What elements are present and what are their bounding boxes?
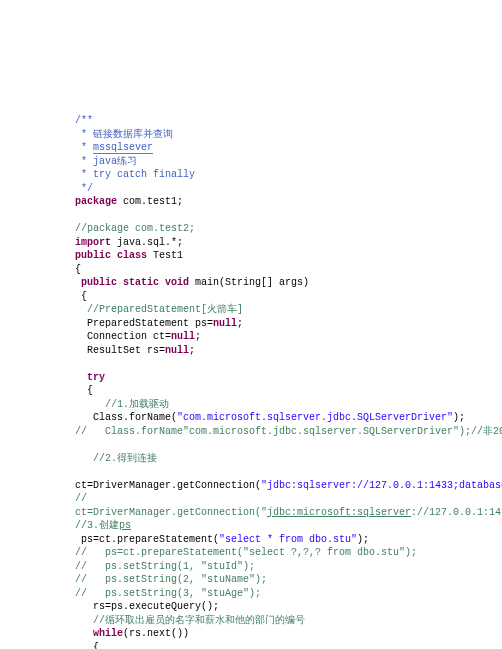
comment: // ps.setString(2, "stuName"); [75,574,267,585]
javadoc-close: */ [75,183,93,194]
brace: { [75,642,99,650]
brace: { [75,291,87,302]
var-decl: Connection ct=null; [75,331,201,342]
comment: // [75,493,87,504]
javadoc-open: /** [75,115,93,126]
comment: // Class.forName"com.microsoft.jdbc.sqls… [75,426,502,437]
comment: // ps.setString(1, "stuId"); [75,561,255,572]
while-stmt: while(rs.next()) [75,628,189,639]
class-decl: public class Test1 [75,250,183,261]
try-stmt: try [75,372,105,383]
comment: //1.加载驱动 [75,399,169,410]
package-decl: package com.test1; [75,196,183,207]
javadoc-line: * mssqlsever [75,142,153,154]
comment: //循环取出雇员的名字和薪水和他的部门的编号 [75,615,305,626]
main-method: public static void main(String[] args) [75,277,309,288]
javadoc-line: * 链接数据库并查询 [75,129,173,140]
var-decl: PreparedStatement ps=null; [75,318,243,329]
javadoc-line: * try catch finally [75,169,195,180]
comment: //3.创建ps [75,520,131,531]
brace: { [75,385,93,396]
var-decl: ResultSet rs=null; [75,345,195,356]
comment: //package com.test2; [75,223,195,234]
brace: { [75,264,81,275]
get-connection: ct=DriverManager.getConnection("jdbc:sql… [75,480,502,491]
comment: // ps.setString(3, "stuAge"); [75,588,261,599]
comment: // ps=ct.prepareStatement("select ?,?,? … [75,547,417,558]
exec-query: rs=ps.executeQuery(); [75,601,219,612]
import-decl: import java.sql.*; [75,237,183,248]
comment: //2.得到连接 [75,453,157,464]
code-block: /** * 链接数据库并查询 * mssqlsever * java练习 * t… [75,114,482,649]
prepare-stmt: ps=ct.prepareStatement("select * from db… [75,534,369,545]
comment: //PreparedStatement[火箭车] [75,304,243,315]
class-forname: Class.forName("com.microsoft.sqlserver.j… [75,412,465,423]
comment: ct=DriverManager.getConnection("jdbc:mic… [75,507,502,518]
javadoc-line: * java练习 [75,156,137,167]
